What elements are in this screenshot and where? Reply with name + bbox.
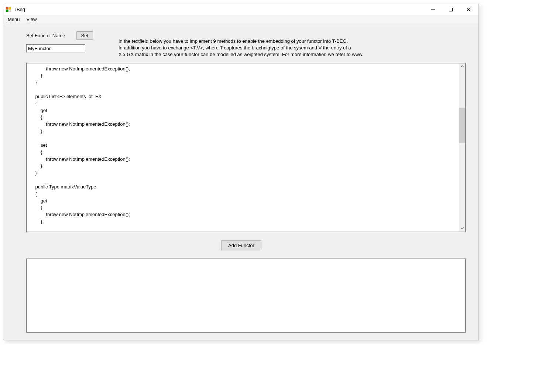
functor-name-group: Set Functor Name Set (15, 31, 119, 52)
code-editor[interactable]: throw new NotImplementedException(); } }… (26, 63, 466, 232)
vertical-scrollbar[interactable] (459, 63, 465, 232)
svg-rect-2 (6, 10, 8, 12)
instructions-line: In the textfield below you have to imple… (119, 38, 467, 45)
functor-name-input[interactable] (26, 44, 85, 52)
scroll-down-button[interactable] (459, 225, 465, 232)
app-icon (6, 7, 11, 13)
instructions-text: In the textfield below you have to imple… (119, 31, 467, 58)
close-button[interactable] (460, 4, 477, 15)
window-title: TBeg (14, 7, 25, 12)
svg-rect-0 (6, 7, 8, 9)
menu-item-menu[interactable]: Menu (8, 17, 20, 22)
set-functor-label: Set Functor Name (26, 33, 65, 38)
top-row: Set Functor Name Set In the textfield be… (15, 31, 467, 58)
scroll-up-button[interactable] (459, 63, 465, 70)
titlebar: TBeg (4, 4, 478, 15)
menubar: Menu View (4, 15, 478, 24)
set-button[interactable]: Set (76, 31, 93, 40)
svg-rect-5 (449, 8, 453, 11)
add-functor-button[interactable]: Add Functor (221, 240, 261, 250)
client-area: Set Functor Name Set In the textfield be… (4, 24, 478, 340)
app-window: TBeg Menu View Set Functor Name (4, 4, 479, 340)
maximize-button[interactable] (442, 4, 459, 15)
code-text[interactable]: throw new NotImplementedException(); } }… (27, 63, 459, 232)
menu-item-view[interactable]: View (27, 17, 37, 22)
svg-rect-3 (8, 10, 11, 12)
output-panel[interactable] (26, 259, 466, 333)
window-controls (425, 4, 477, 15)
scroll-thumb[interactable] (459, 108, 465, 143)
add-functor-row: Add Functor (15, 232, 467, 259)
instructions-line: X x GX matrix in the case your functor c… (119, 51, 467, 58)
instructions-line: In addition you have to exchange <T,V>, … (119, 45, 467, 51)
svg-rect-1 (8, 7, 11, 9)
minimize-button[interactable] (425, 4, 442, 15)
